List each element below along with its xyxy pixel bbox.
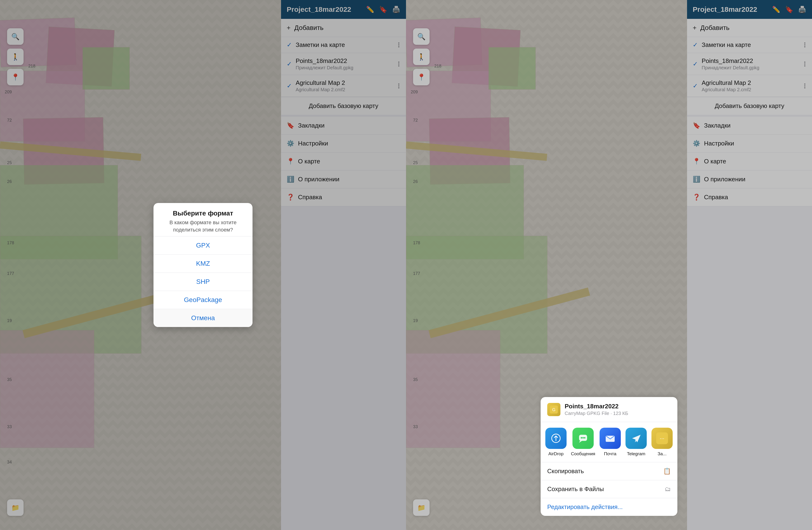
right-panel: 189 218 209 72 25 26 178 177 19 35 33 🔍 … bbox=[406, 0, 812, 530]
share-file-icon: G bbox=[547, 403, 561, 416]
svg-point-6 bbox=[582, 437, 584, 439]
share-sheet: G Points_18mar2022 CarryMap GPKG File · … bbox=[541, 397, 677, 516]
save-label: Сохранить в Файлы bbox=[547, 485, 604, 493]
more-app-icon: ··· bbox=[651, 428, 673, 449]
mail-label: Почта bbox=[604, 451, 617, 456]
messages-app-icon bbox=[572, 428, 594, 449]
share-file-header: G Points_18mar2022 CarryMap GPKG File · … bbox=[541, 397, 677, 422]
edit-actions-label: Редактировать действия... bbox=[547, 503, 623, 511]
share-app-telegram[interactable]: Telegram bbox=[625, 428, 647, 456]
messages-label: Сообщения bbox=[571, 451, 595, 456]
svg-text:G: G bbox=[552, 407, 555, 412]
format-shp-label: SHP bbox=[196, 278, 210, 286]
share-file-name: Points_18mar2022 bbox=[565, 403, 628, 410]
format-kmz-label: KMZ bbox=[196, 260, 210, 267]
share-edit-actions[interactable]: Редактировать действия... bbox=[541, 498, 677, 516]
left-panel: 189 218 209 72 25 26 178 177 19 35 33 34… bbox=[0, 0, 406, 530]
format-cancel-button[interactable]: Отмена bbox=[154, 309, 252, 327]
svg-point-5 bbox=[581, 437, 582, 439]
svg-point-7 bbox=[584, 437, 585, 439]
format-kmz[interactable]: KMZ bbox=[154, 254, 252, 273]
share-app-airdrop[interactable]: AirDrop bbox=[545, 428, 567, 456]
airdrop-app-icon bbox=[545, 428, 567, 449]
airdrop-label: AirDrop bbox=[548, 451, 564, 456]
share-app-mail[interactable]: Почта bbox=[599, 428, 621, 456]
format-gpx-label: GPX bbox=[196, 242, 210, 249]
format-dialog-subtitle: В каком формате вы хотите поделиться эти… bbox=[161, 219, 245, 234]
mail-app-icon bbox=[599, 428, 621, 449]
telegram-app-icon bbox=[625, 428, 647, 449]
share-file-type: CarryMap GPKG File · 123 КБ bbox=[565, 411, 628, 416]
share-action-copy[interactable]: Скопировать 📋 bbox=[541, 462, 677, 480]
format-dialog-title: Выберите формат bbox=[161, 210, 245, 217]
share-app-messages[interactable]: Сообщения bbox=[571, 428, 595, 456]
svg-text:···: ··· bbox=[660, 435, 664, 441]
copy-label: Скопировать bbox=[547, 468, 584, 475]
format-dialog-overlay[interactable]: Выберите формат В каком формате вы хотит… bbox=[0, 0, 406, 530]
copy-icon: 📋 bbox=[663, 468, 671, 475]
format-dialog: Выберите формат В каком формате вы хотит… bbox=[154, 203, 252, 327]
more-label: За... bbox=[657, 451, 667, 456]
format-shp[interactable]: SHP bbox=[154, 273, 252, 291]
format-geopackage[interactable]: GeoPackage bbox=[154, 291, 252, 309]
svg-marker-4 bbox=[579, 441, 582, 443]
share-app-more[interactable]: ··· За... bbox=[651, 428, 673, 456]
share-apps-row: AirDrop Сообщения bbox=[541, 422, 677, 462]
save-icon: 🗂 bbox=[665, 485, 671, 493]
format-geopackage-label: GeoPackage bbox=[184, 296, 222, 304]
share-action-save[interactable]: Сохранить в Файлы 🗂 bbox=[541, 480, 677, 498]
telegram-label: Telegram bbox=[627, 451, 645, 456]
format-gpx[interactable]: GPX bbox=[154, 236, 252, 254]
share-file-info: Points_18mar2022 CarryMap GPKG File · 12… bbox=[565, 403, 628, 416]
format-dialog-header: Выберите формат В каком формате вы хотит… bbox=[154, 203, 252, 237]
format-cancel-label: Отмена bbox=[191, 314, 215, 322]
